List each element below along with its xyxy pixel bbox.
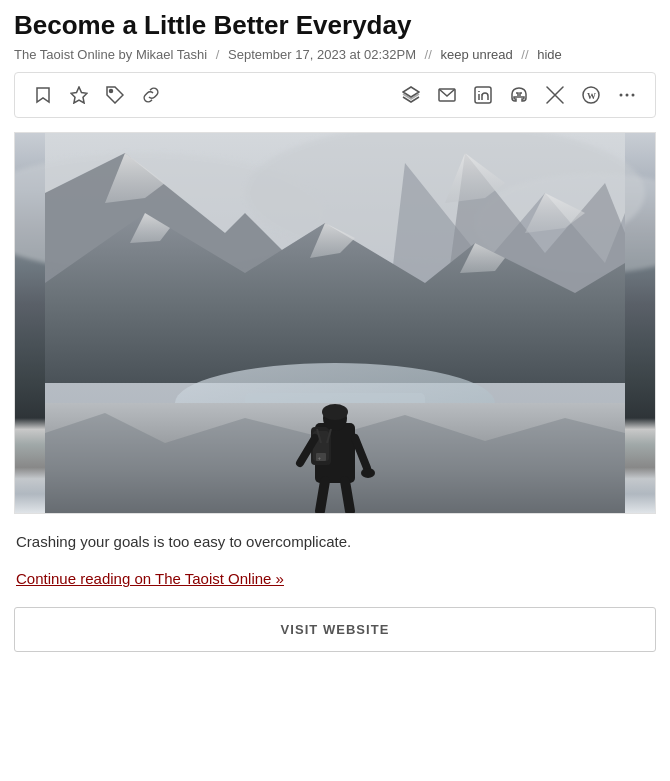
email-icon[interactable]	[429, 79, 465, 111]
svg-line-38	[320, 481, 325, 511]
meta-separator-1: /	[216, 47, 223, 62]
mastodon-icon[interactable]	[501, 79, 537, 111]
wordpress-icon[interactable]: W	[573, 79, 609, 111]
link-icon[interactable]	[133, 79, 169, 111]
article-image-wrapper: +	[14, 132, 656, 514]
layers-icon[interactable]	[393, 79, 429, 111]
article-source: The Taoist Online	[14, 47, 115, 62]
svg-line-39	[345, 481, 350, 511]
article-title: Become a Little Better Everyday	[14, 10, 656, 41]
svg-point-11	[632, 94, 635, 97]
linkedin-icon[interactable]	[465, 79, 501, 111]
more-icon[interactable]	[609, 79, 645, 111]
svg-point-1	[110, 90, 113, 93]
article-author: Mikael Tashi	[136, 47, 207, 62]
meta-separator-2: //	[425, 47, 436, 62]
star-icon[interactable]	[61, 79, 97, 111]
tag-icon[interactable]	[97, 79, 133, 111]
svg-point-9	[620, 94, 623, 97]
visit-website-button[interactable]: VISIT WEBSITE	[14, 607, 656, 652]
article-image: +	[15, 133, 655, 513]
article-date: September 17, 2023 at 02:32PM	[228, 47, 416, 62]
svg-text:W: W	[587, 91, 596, 101]
meta-separator-3: //	[521, 47, 532, 62]
keep-unread-link[interactable]: keep unread	[440, 47, 512, 62]
svg-point-10	[626, 94, 629, 97]
article-excerpt: Crashing your goals is too easy to overc…	[14, 530, 656, 554]
article-meta: The Taoist Online by Mikael Tashi / Sept…	[14, 47, 656, 62]
meta-by: by	[119, 47, 136, 62]
svg-point-37	[361, 468, 375, 478]
svg-text:+: +	[318, 455, 322, 461]
toolbar: W	[14, 72, 656, 118]
continue-reading-link[interactable]: Continue reading on The Taoist Online »	[14, 570, 656, 587]
svg-point-34	[322, 404, 348, 420]
bookmark-icon[interactable]	[25, 79, 61, 111]
svg-marker-0	[71, 87, 87, 103]
article-container: Become a Little Better Everyday The Taoi…	[0, 0, 670, 672]
hide-link[interactable]: hide	[537, 47, 562, 62]
twitter-icon[interactable]	[537, 79, 573, 111]
